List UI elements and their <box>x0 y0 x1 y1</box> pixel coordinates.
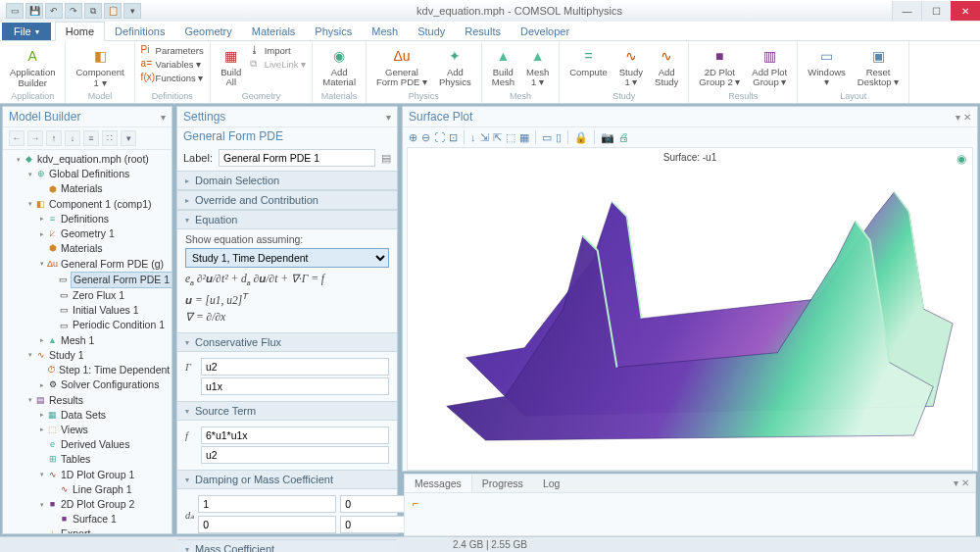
damping-21-input[interactable] <box>198 516 336 533</box>
panel-menu-icon[interactable]: ▾ <box>386 112 391 123</box>
panel-menu-icon[interactable]: ▾ <box>161 112 166 123</box>
tab-geometry[interactable]: Geometry <box>174 23 241 40</box>
model-tree[interactable]: ◆kdv_equation.mph (root) ⊕Global Definit… <box>3 150 172 533</box>
component-button[interactable]: ◧Component1 ▾ <box>72 43 127 91</box>
plot2d-button[interactable]: ■2D Plot Group 2 ▾ <box>695 43 744 90</box>
section-source[interactable]: Source Term <box>177 401 397 421</box>
close-button[interactable]: ✕ <box>951 1 980 21</box>
windows-button[interactable]: ▭Windows ▾ <box>804 43 850 90</box>
build-mesh-button[interactable]: ▲Build Mesh <box>488 43 518 90</box>
surface-label: Surface: -u1 <box>663 152 716 163</box>
label-input[interactable] <box>219 149 375 167</box>
marker-icon[interactable]: ▯ <box>556 131 562 144</box>
qat-paste-icon[interactable]: 📋 <box>104 3 122 19</box>
nav-fwd-icon[interactable]: → <box>27 130 43 146</box>
compute-button[interactable]: =Compute <box>565 43 612 79</box>
add-material-button[interactable]: ◉Add Material <box>318 43 360 90</box>
file-menu-button[interactable]: File <box>2 23 51 40</box>
qat-copy-icon[interactable]: ⧉ <box>84 3 102 19</box>
model-builder-panel: Model Builder▾ ← → ↑ ↓ ≡ ∷ ▾ ◆kdv_equati… <box>2 106 172 534</box>
tab-developer[interactable]: Developer <box>511 23 579 40</box>
graphics-canvas[interactable]: Surface: -u1 <box>407 147 973 471</box>
reset-desktop-button[interactable]: ▣Reset Desktop ▾ <box>854 43 904 90</box>
nav-up-icon[interactable]: ↑ <box>46 130 62 146</box>
tab-messages[interactable]: Messages <box>405 475 472 492</box>
livelink-button[interactable]: ⧉LiveLink ▾ <box>250 57 307 71</box>
tab-progress[interactable]: Progress <box>472 475 533 492</box>
section-domain[interactable]: Domain Selection <box>177 171 397 190</box>
qat-undo-icon[interactable]: ↶ <box>45 3 63 19</box>
source-2-input[interactable] <box>201 446 389 464</box>
study1-button[interactable]: ∿Study 1 ▾ <box>615 43 647 90</box>
model-builder-title: Model Builder <box>9 110 80 124</box>
tab-definitions[interactable]: Definitions <box>105 23 174 40</box>
snapshot-icon[interactable]: 📷 <box>601 131 614 144</box>
maximize-button[interactable]: ☐ <box>921 1 951 21</box>
build-all-button[interactable]: ▦Build All <box>217 43 246 90</box>
section-mass[interactable]: Mass Coefficient <box>177 539 397 552</box>
surface-plot-title: Surface Plot <box>409 110 472 124</box>
parameters-button[interactable]: PiParameters <box>141 43 204 57</box>
lock-icon[interactable]: 🔒 <box>574 131 588 144</box>
variables-button[interactable]: a=Variables ▾ <box>141 57 204 71</box>
source-1-input[interactable] <box>201 427 389 444</box>
zoom-out-icon[interactable]: ⊖ <box>421 131 430 144</box>
label-tag-icon[interactable]: ▤ <box>381 152 391 165</box>
add-physics-button[interactable]: ✦Add Physics <box>435 43 475 90</box>
panel-menu-icon[interactable]: ▾ ✕ <box>954 477 969 488</box>
equation-assume-select[interactable]: Study 1, Time Dependent <box>185 248 389 268</box>
xz-view-icon[interactable]: ⇱ <box>493 131 502 144</box>
tab-home[interactable]: Home <box>55 22 105 41</box>
default-view-icon[interactable]: ⬚ <box>506 131 515 144</box>
settings-panel: Settings▾ General Form PDE Label: ▤ Doma… <box>176 106 398 534</box>
qat-new-icon[interactable]: ▭ <box>6 3 24 19</box>
collapse-icon[interactable]: ∷ <box>102 130 118 146</box>
yz-view-icon[interactable]: ⇲ <box>480 131 489 144</box>
damping-11-input[interactable] <box>198 495 336 513</box>
consflux-1-input[interactable] <box>201 358 389 376</box>
import-button[interactable]: ⭳Import <box>250 43 307 57</box>
window-title: kdv_equation.mph - COMSOL Multiphysics <box>147 5 892 17</box>
print-icon[interactable]: 🖨 <box>618 131 629 143</box>
equation-display: ea ∂²u/∂t² + da ∂u/∂t + ∇·Γ = fu = [u1, … <box>185 268 389 328</box>
tab-mesh[interactable]: Mesh <box>362 23 408 40</box>
select-icon[interactable]: ▭ <box>542 131 552 144</box>
tab-materials[interactable]: Materials <box>242 23 306 40</box>
3d-badge-icon[interactable]: ◉ <box>956 152 966 166</box>
qat-redo-icon[interactable]: ↷ <box>65 3 82 19</box>
functions-button[interactable]: f(x)Functions ▾ <box>141 71 204 84</box>
tree-node-general-form-pde-1: General Form PDE 1 <box>71 272 172 288</box>
expand-icon[interactable]: ≡ <box>83 130 99 146</box>
section-consflux[interactable]: Conservative Flux <box>177 332 397 352</box>
qat-save-icon[interactable]: 💾 <box>25 3 43 19</box>
label-label: Label: <box>183 152 213 164</box>
consflux-2-input[interactable] <box>201 377 389 395</box>
section-override[interactable]: Override and Contribution <box>177 190 397 210</box>
nav-down-icon[interactable]: ↓ <box>65 130 80 146</box>
tab-study[interactable]: Study <box>408 23 455 40</box>
add-plot-group-button[interactable]: ▥Add Plot Group ▾ <box>748 43 791 90</box>
xy-view-icon[interactable]: ↓ <box>470 131 476 143</box>
nav-back-icon[interactable]: ← <box>9 130 24 146</box>
panel-menu-icon[interactable]: ▾ ✕ <box>956 112 971 123</box>
qat-more-icon[interactable]: ▾ <box>123 3 141 19</box>
tab-log[interactable]: Log <box>533 475 570 492</box>
app-builder-button[interactable]: AApplicationBuilder <box>6 43 59 91</box>
tab-physics[interactable]: Physics <box>305 23 362 40</box>
minimize-button[interactable]: — <box>892 1 921 21</box>
zoom-box-icon[interactable]: ⛶ <box>434 131 445 143</box>
graphics-toolbar: ⊕ ⊖ ⛶ ⊡ ↓ ⇲ ⇱ ⬚ ▦ ▭ ▯ 🔒 📷 🖨 <box>403 127 977 147</box>
settings-title: Settings <box>183 110 225 124</box>
go-default-icon[interactable]: ▦ <box>519 131 529 144</box>
title-bar: ▭ 💾 ↶ ↷ ⧉ 📋 ▾ kdv_equation.mph - COMSOL … <box>0 0 980 22</box>
tab-results[interactable]: Results <box>455 23 511 40</box>
tree-more-icon[interactable]: ▾ <box>121 130 136 146</box>
section-damping[interactable]: Damping or Mass Coefficient <box>177 470 397 489</box>
zoom-in-icon[interactable]: ⊕ <box>409 131 417 144</box>
mesh1-button[interactable]: ▲Mesh 1 ▾ <box>522 43 553 90</box>
zoom-extents-icon[interactable]: ⊡ <box>449 131 458 144</box>
general-form-pde-button[interactable]: ΔuGeneral Form PDE ▾ <box>372 43 431 90</box>
section-equation[interactable]: Equation <box>177 210 397 229</box>
add-study-button[interactable]: ∿Add Study <box>651 43 682 90</box>
model-builder-toolbar: ← → ↑ ↓ ≡ ∷ ▾ <box>3 127 172 150</box>
